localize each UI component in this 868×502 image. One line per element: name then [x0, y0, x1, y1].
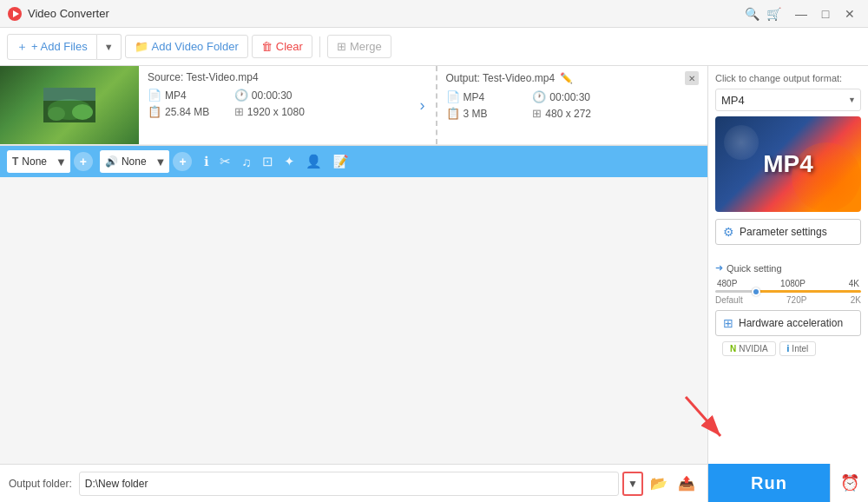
parameter-settings-button[interactable]: ⚙ Parameter settings — [715, 219, 861, 245]
file-icon: 📋 — [148, 105, 161, 118]
toolbar: ＋ + Add Files ▼ 📁 Add Video Folder 🗑 Cle… — [0, 28, 868, 66]
content-area: Source: Test-Video.mp4 📄 MP4 🕐 00:00:30 — [0, 66, 707, 502]
quick-icon: ➜ — [715, 262, 723, 274]
source-label: Source: Test-Video.mp4 — [148, 71, 401, 83]
add-files-dropdown[interactable]: ▼ — [97, 34, 122, 60]
audio-none-label: None — [122, 155, 147, 168]
run-section: Run ⏰ — [708, 464, 868, 502]
format-dropdown-wrap: MP4 AVI MKV MOV — [715, 89, 861, 111]
edit-toolbar: T None ▼ + 🔊 None ▼ + ℹ ✂ ♫ ⊡ ✦ 👤 — [0, 146, 707, 177]
folder-dropdown-button[interactable]: ▼ — [622, 472, 643, 496]
hardware-acceleration-button[interactable]: ⊞ Hardware acceleration — [715, 310, 861, 336]
cut-tool-button[interactable]: ✂ — [218, 152, 233, 171]
audio-tool-button[interactable]: ♫ — [240, 153, 253, 171]
source-format: 📄 MP4 — [148, 89, 227, 102]
file-item: Source: Test-Video.mp4 📄 MP4 🕐 00:00:30 — [0, 66, 707, 145]
merge-icon: ⊞ — [337, 40, 346, 53]
res-icon: ⊞ — [234, 105, 244, 118]
edit-tools: ℹ ✂ ♫ ⊡ ✦ 👤 📝 — [202, 152, 350, 171]
search-icon-btn[interactable]: 🔍 — [745, 7, 760, 21]
output-header: Output: Test-Video.mp4 ✏️ ✕ — [446, 71, 700, 85]
thumbnail-image — [0, 66, 139, 144]
output-size: 📋 3 MB — [446, 107, 526, 120]
crop-tool-button[interactable]: ⊡ — [260, 152, 275, 171]
plus-icon: ＋ — [16, 39, 28, 55]
file-thumbnail — [0, 66, 139, 144]
file-list: Source: Test-Video.mp4 📄 MP4 🕐 00:00:30 — [0, 66, 707, 146]
add-video-folder-button[interactable]: 📁 Add Video Folder — [125, 35, 248, 58]
format-icon: 📄 — [148, 89, 161, 102]
edit-output-icon[interactable]: ✏️ — [560, 72, 573, 84]
format-preview-text: MP4 — [763, 150, 813, 178]
title-bar: Video Converter 🔍 🛒 — □ ✕ — [0, 0, 868, 28]
subtitle-tool-button[interactable]: 📝 — [331, 152, 351, 171]
add-audio-button[interactable]: + — [173, 152, 192, 171]
alarm-button[interactable]: ⏰ — [830, 464, 868, 502]
hw-icon: ⊞ — [723, 316, 733, 330]
maximize-button[interactable]: □ — [814, 5, 837, 23]
out-res-icon: ⊞ — [532, 107, 542, 120]
file-output-info: Output: Test-Video.mp4 ✏️ ✕ 📄 MP4 🕐 00:0… — [436, 66, 708, 144]
format-preview: MP4 — [715, 116, 861, 212]
folder-input-wrap: ▼ 📂 📤 — [79, 472, 699, 496]
audio-icon: 🔊 — [105, 155, 118, 168]
add-text-button[interactable]: + — [74, 152, 93, 171]
convert-arrow: › — [410, 66, 436, 144]
slider-thumb — [752, 287, 760, 296]
file-source-info: Source: Test-Video.mp4 📄 MP4 🕐 00:00:30 — [139, 66, 410, 144]
folder-icon: 📁 — [135, 40, 148, 53]
svg-point-5 — [72, 104, 93, 120]
format-dropdown[interactable]: MP4 AVI MKV MOV — [715, 89, 861, 111]
folder-path-input[interactable] — [79, 472, 619, 496]
text-none-label: None — [22, 155, 47, 168]
output-details: 📄 MP4 🕐 00:00:30 📋 3 MB — [446, 90, 700, 120]
audio-combo: 🔊 None ▼ — [100, 150, 170, 173]
output-duration: 🕐 00:00:30 — [532, 90, 612, 103]
text-combo: T None ▼ — [7, 150, 70, 173]
quick-setting-section: ➜ Quick setting 480P 1080P 4K Default 72… — [708, 259, 868, 365]
slider-labels-bottom: Default 720P 2K — [715, 295, 861, 305]
out-clock-icon: 🕐 — [532, 90, 546, 103]
info-tool-button[interactable]: ℹ — [202, 152, 211, 171]
minimize-button[interactable]: — — [790, 5, 812, 23]
audio-combo-dropdown[interactable]: ▼ — [152, 150, 170, 173]
source-resolution: ⊞ 1920 x 1080 — [234, 105, 314, 118]
output-folder-label: Output folder: — [9, 478, 72, 490]
effects-tool-button[interactable]: ✦ — [282, 152, 297, 171]
slider-track — [715, 290, 861, 293]
toolbar-divider — [319, 36, 320, 57]
app-icon — [7, 6, 23, 22]
alarm-icon: ⏰ — [840, 473, 859, 492]
format-section: Click to change output format: MP4 AVI M… — [708, 66, 868, 259]
open-folder-button[interactable]: 📂 — [647, 472, 671, 496]
add-files-group: ＋ + Add Files ▼ — [7, 34, 122, 60]
svg-rect-6 — [43, 88, 95, 101]
source-duration: 🕐 00:00:30 — [234, 89, 314, 102]
gpu-badges: N NVIDIA i Intel — [715, 341, 861, 356]
nvidia-badge: N NVIDIA — [722, 341, 776, 356]
text-combo-dropdown[interactable]: ▼ — [52, 150, 70, 173]
slider-labels-top: 480P 1080P 4K — [715, 279, 861, 288]
source-size: 📋 25.84 MB — [148, 105, 227, 118]
intel-badge: i Intel — [779, 341, 817, 356]
resolution-slider[interactable] — [715, 290, 861, 293]
out-format-icon: 📄 — [446, 90, 460, 103]
cart-icon-btn[interactable]: 🛒 — [766, 7, 781, 21]
add-files-button[interactable]: ＋ + Add Files — [7, 34, 97, 60]
merge-button[interactable]: ⊞ Merge — [327, 35, 391, 58]
export-folder-button[interactable]: 📤 — [674, 472, 699, 496]
clear-button[interactable]: 🗑 Clear — [252, 35, 312, 58]
close-item-button[interactable]: ✕ — [685, 71, 699, 85]
run-button[interactable]: Run — [708, 464, 830, 502]
quick-label: ➜ Quick setting — [715, 262, 861, 274]
close-button[interactable]: ✕ — [838, 5, 861, 23]
nvidia-icon: N — [730, 344, 736, 353]
bottom-bar: Output folder: ▼ 📂 📤 — [0, 464, 707, 502]
right-panel: Click to change output format: MP4 AVI M… — [707, 66, 868, 502]
empty-area — [0, 177, 707, 464]
svg-point-4 — [48, 107, 65, 121]
main-container: Source: Test-Video.mp4 📄 MP4 🕐 00:00:30 — [0, 66, 868, 502]
text-icon: T — [12, 155, 18, 168]
out-file-icon: 📋 — [446, 107, 460, 120]
watermark-tool-button[interactable]: 👤 — [304, 152, 324, 171]
